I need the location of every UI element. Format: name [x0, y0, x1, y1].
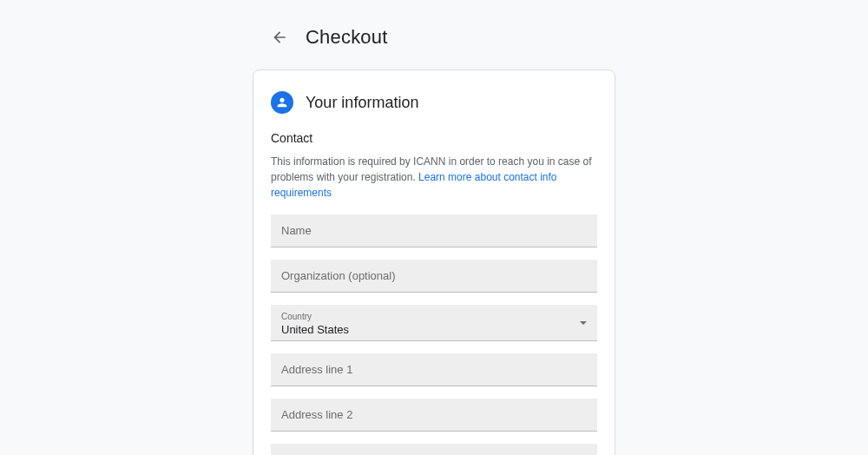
city-input[interactable] — [271, 444, 597, 455]
person-icon-badge — [271, 91, 293, 114]
page-title: Checkout — [306, 26, 388, 49]
information-card: Your information Contact This informatio… — [253, 69, 615, 455]
page-header: Checkout — [0, 0, 868, 69]
organization-input[interactable] — [271, 260, 597, 293]
section-header: Your information — [271, 91, 597, 114]
back-button[interactable] — [269, 27, 290, 48]
country-label: Country — [281, 313, 587, 321]
country-select[interactable]: Country United States — [271, 305, 597, 341]
section-title: Your information — [306, 94, 418, 112]
chevron-down-icon — [580, 321, 587, 325]
person-icon — [275, 96, 289, 109]
name-input[interactable] — [271, 214, 597, 247]
help-text: This information is required by ICANN in… — [271, 154, 597, 201]
address-line-1-input[interactable] — [271, 353, 597, 386]
arrow-left-icon — [271, 29, 288, 46]
contact-heading: Contact — [271, 131, 597, 145]
country-value: United States — [281, 323, 587, 336]
address-line-2-input[interactable] — [271, 399, 597, 432]
